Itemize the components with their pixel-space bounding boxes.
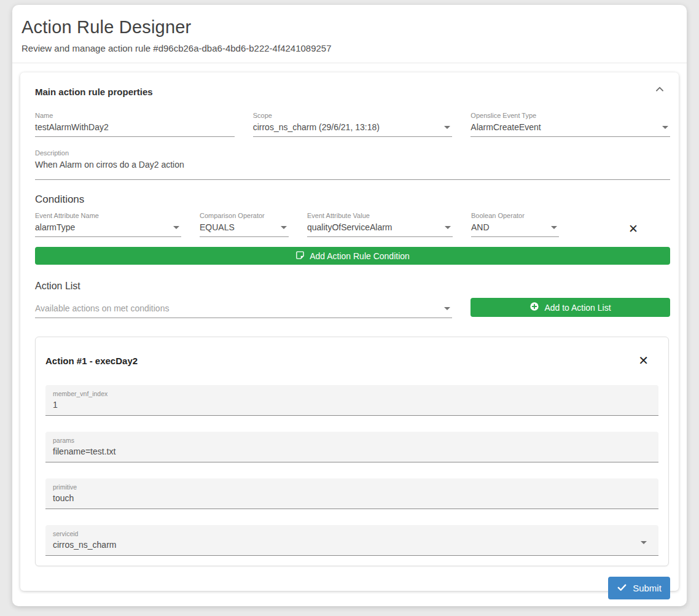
submit-row: Submit [35,577,670,599]
dropdown-arrow-icon [444,307,450,310]
event-attribute-name-select[interactable]: Event Attribute Name alarmType [35,212,181,237]
member-vnf-index-label: member_vnf_index [53,390,651,397]
event-attribute-value-value: qualityOfServiceAlarm [307,222,392,232]
event-attribute-value-label: Event Attribute Value [307,212,453,219]
properties-heading: Main action rule properties [35,87,670,97]
available-actions-select[interactable]: Available actions on met conditions [35,303,452,318]
condition-row: Event Attribute Name alarmType Compariso… [35,212,670,237]
name-value: testAlarmWithDay2 [35,122,109,132]
plus-circle-icon [529,302,539,313]
remove-action-button[interactable]: ✕ [638,354,649,367]
note-add-icon [295,251,305,262]
member-vnf-index-field[interactable]: member_vnf_index 1 [45,385,658,416]
boolean-operator-value: AND [471,222,490,232]
checkmark-icon [617,582,627,595]
serviceid-select[interactable]: serviceid cirros_ns_charm [45,525,658,556]
comparison-operator-select[interactable]: Comparison Operator EQUALS [200,212,289,237]
conditions-heading: Conditions [35,193,670,206]
dropdown-arrow-icon [281,226,287,229]
serviceid-value: cirros_ns_charm [53,540,651,550]
params-value: filename=test.txt [53,446,651,456]
add-condition-button[interactable]: Add Action Rule Condition [35,247,670,265]
add-to-action-list-label: Add to Action List [544,303,611,313]
dropdown-arrow-icon [173,226,179,229]
page-card: Action Rule Designer Review and manage a… [12,5,687,606]
comparison-operator-value: EQUALS [200,222,235,232]
primitive-field[interactable]: primitive touch [45,478,658,509]
submit-button[interactable]: Submit [608,577,670,599]
params-field[interactable]: params filename=test.txt [45,432,658,462]
page-header: Action Rule Designer Review and manage a… [12,5,687,63]
description-label: Description [35,149,670,157]
scope-select[interactable]: Scope cirros_ns_charm (29/6/21, 13:18) [253,112,453,137]
event-type-label: Openslice Event Type [471,112,670,119]
description-value: When Alarm on cirros do a Day2 action [35,160,184,170]
page-title: Action Rule Designer [21,17,678,37]
add-condition-button-label: Add Action Rule Condition [310,251,410,261]
event-type-select[interactable]: Openslice Event Type AlarmCreateEvent [471,112,670,137]
scope-value: cirros_ns_charm (29/6/21, 13:18) [253,122,380,132]
primitive-value: touch [53,493,651,503]
dropdown-arrow-icon [662,126,668,129]
add-to-action-list-button[interactable]: Add to Action List [471,298,670,317]
action-picker-row: Available actions on met conditions Add … [35,298,670,318]
event-type-value: AlarmCreateEvent [471,122,541,132]
description-field[interactable]: Description When Alarm on cirros do a Da… [35,149,670,180]
dropdown-arrow-icon [641,541,647,544]
boolean-operator-select[interactable]: Boolean Operator AND [471,212,559,237]
rule-form-card: Main action rule properties Name testAla… [20,72,679,591]
collapse-panel-button[interactable] [650,81,669,99]
remove-condition-button[interactable]: ✕ [628,223,638,235]
serviceid-label: serviceid [53,530,651,537]
action-card: Action #1 - execDay2 ✕ member_vnf_index … [35,337,669,566]
scope-label: Scope [253,112,453,119]
dropdown-arrow-icon [551,226,557,229]
chevron-up-icon [654,84,666,98]
available-actions-placeholder: Available actions on met conditions [35,303,169,313]
primitive-label: primitive [53,483,651,491]
member-vnf-index-value: 1 [53,400,651,410]
event-attribute-name-value: alarmType [35,222,75,232]
event-attribute-name-label: Event Attribute Name [35,212,181,219]
dropdown-arrow-icon [445,226,451,229]
comparison-operator-label: Comparison Operator [200,212,289,219]
dropdown-arrow-icon [444,126,450,129]
properties-row: Name testAlarmWithDay2 Scope cirros_ns_c… [35,112,670,137]
event-attribute-value-select[interactable]: Event Attribute Value qualityOfServiceAl… [307,212,453,237]
params-label: params [53,437,651,444]
action-list-heading: Action List [35,281,670,292]
submit-button-label: Submit [633,583,662,593]
page-subtitle: Review and manage action rule #d96cb26a-… [21,43,678,53]
action-title: Action #1 - execDay2 [45,356,138,366]
name-field[interactable]: Name testAlarmWithDay2 [35,112,235,137]
name-label: Name [35,112,235,119]
boolean-operator-label: Boolean Operator [471,212,559,219]
